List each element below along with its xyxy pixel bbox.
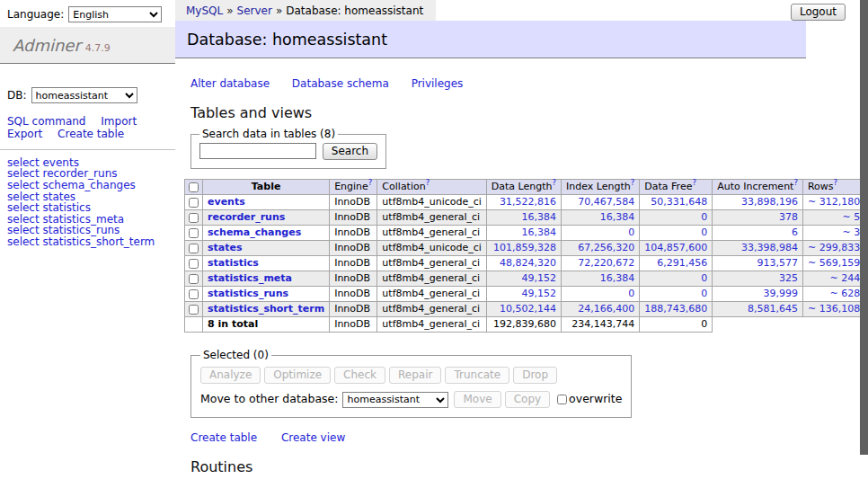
data-free-link[interactable]: 0 <box>701 226 707 238</box>
row-checkbox[interactable] <box>189 228 199 238</box>
index-length-link[interactable]: 72,220,672 <box>578 257 634 269</box>
rows-count-link[interactable]: ~ 628 <box>829 288 860 299</box>
table-name-link[interactable]: events <box>208 196 245 208</box>
table-row: statistics_runs InnoDB utf8mb4_general_c… <box>185 287 868 302</box>
table-name-link[interactable]: statistics <box>208 257 259 269</box>
auto-increment-link[interactable]: 33,398,984 <box>741 242 798 253</box>
auto-increment-link[interactable]: 39,999 <box>763 288 798 299</box>
row-checkbox[interactable] <box>189 198 199 208</box>
row-checkbox[interactable] <box>189 274 199 284</box>
sidebar-link-select-statistics[interactable]: select statistics <box>7 202 168 214</box>
help-link[interactable]: ? <box>631 178 635 187</box>
rows-count-link[interactable]: ~ 3 <box>842 226 860 238</box>
data-free-link[interactable]: 0 <box>701 211 707 223</box>
total-data-free-cell: 0 <box>640 317 713 333</box>
engine-cell: InnoDB <box>330 210 377 226</box>
help-link[interactable]: ? <box>368 178 373 187</box>
select-all-checkbox[interactable] <box>189 182 199 192</box>
alter-database-link[interactable]: Alter database <box>190 77 270 90</box>
sidebar-link-select-schema-changes[interactable]: select schema_changes <box>7 180 168 191</box>
db-select[interactable]: homeassistant <box>31 87 137 103</box>
adminer-logo[interactable]: Adminer <box>13 36 81 55</box>
data-free-link[interactable]: 0 <box>701 272 707 284</box>
index-length-link[interactable]: 24,166,400 <box>578 303 634 315</box>
table-name-link[interactable]: statistics_short_term <box>208 303 324 315</box>
row-checkbox[interactable] <box>189 213 199 223</box>
rows-count-link[interactable]: ~ 299,833 <box>808 242 860 253</box>
index-length-link[interactable]: 0 <box>628 288 634 299</box>
data-free-link[interactable]: 188,743,680 <box>644 303 707 315</box>
collation-cell: utf8mb4_unicode_ci <box>377 241 486 256</box>
column-header-index-length: Index Length? <box>562 180 640 195</box>
engine-cell: InnoDB <box>330 302 377 317</box>
table-name-link[interactable]: recorder_runs <box>208 211 285 223</box>
data-length-link[interactable]: 16,384 <box>522 226 557 238</box>
help-link[interactable]: ? <box>793 178 798 187</box>
index-length-link[interactable]: 70,467,584 <box>578 196 634 208</box>
auto-increment-link[interactable]: 6 <box>792 226 798 238</box>
help-link[interactable]: ? <box>692 178 696 187</box>
search-input[interactable] <box>199 143 316 159</box>
auto-increment-link[interactable]: 913,577 <box>757 257 798 269</box>
overwrite-label[interactable]: overwrite <box>569 392 622 405</box>
auto-increment-link[interactable]: 325 <box>779 272 798 284</box>
data-free-link[interactable]: 0 <box>701 288 707 299</box>
sidebar-link-import[interactable]: Import <box>101 115 137 128</box>
breadcrumb-link-mysql[interactable]: MySQL <box>186 4 223 17</box>
data-free-link[interactable]: 6,291,456 <box>657 257 707 269</box>
row-checkbox[interactable] <box>189 289 199 299</box>
rows-count-link[interactable]: ~ 5 <box>842 211 860 223</box>
table-name-link[interactable]: schema_changes <box>208 226 301 238</box>
rows-count-link[interactable]: ~ 136,108 <box>808 303 860 315</box>
row-checkbox[interactable] <box>189 305 199 315</box>
logout-button[interactable]: Logout <box>791 4 846 21</box>
db-actions: Alter database Database schema Privilege… <box>190 77 860 90</box>
data-length-link[interactable]: 49,152 <box>522 288 557 299</box>
language-select[interactable]: English <box>68 6 162 22</box>
data-length-link[interactable]: 49,152 <box>522 272 557 284</box>
index-length-link[interactable]: 67,256,320 <box>578 242 634 253</box>
privileges-link[interactable]: Privileges <box>412 77 464 90</box>
move-db-select[interactable]: homeassistant <box>342 392 448 408</box>
auto-increment-link[interactable]: 378 <box>779 211 798 223</box>
rows-count-link[interactable]: ~ 312,180 <box>808 196 860 208</box>
help-link[interactable]: ? <box>553 178 557 187</box>
data-length-link[interactable]: 31,522,816 <box>500 196 556 208</box>
database-schema-link[interactable]: Database schema <box>292 77 389 90</box>
overwrite-checkbox[interactable] <box>557 395 567 404</box>
column-header-engine: Engine? <box>330 180 377 195</box>
help-link[interactable]: ? <box>834 178 838 187</box>
row-checkbox[interactable] <box>189 259 199 269</box>
data-length-link[interactable]: 101,859,328 <box>493 242 556 253</box>
sidebar-link-sql-command[interactable]: SQL command <box>7 115 85 128</box>
data-free-link[interactable]: 50,331,648 <box>651 196 707 208</box>
rows-count-link[interactable]: ~ 244 <box>829 272 860 284</box>
sidebar-link-select-statistics-short-term[interactable]: select statistics_short_term <box>7 236 168 248</box>
rows-count-link[interactable]: ~ 569,159 <box>808 257 860 269</box>
data-free-link[interactable]: 104,857,600 <box>644 242 707 253</box>
db-label: DB: <box>7 89 27 102</box>
breadcrumb-link-server[interactable]: Server <box>237 4 272 17</box>
data-length-link[interactable]: 48,824,320 <box>500 257 556 269</box>
data-length-link[interactable]: 10,502,144 <box>500 303 556 315</box>
data-length-link[interactable]: 16,384 <box>522 211 557 223</box>
create-table-link[interactable]: Create table <box>190 431 257 444</box>
sidebar-link-export[interactable]: Export <box>7 128 42 140</box>
table-name-link[interactable]: statistics_meta <box>208 272 292 284</box>
auto-increment-link[interactable]: 8,581,645 <box>748 303 798 315</box>
sidebar-link-create-table[interactable]: Create table <box>58 128 124 140</box>
scrollbar-track[interactable] <box>860 0 868 488</box>
row-checkbox[interactable] <box>189 244 199 253</box>
table-name-link[interactable]: statistics_runs <box>208 288 288 299</box>
auto-increment-link[interactable]: 33,898,196 <box>741 196 798 208</box>
table-name-link[interactable]: states <box>208 242 243 253</box>
create-view-link[interactable]: Create view <box>281 431 345 444</box>
tables-and-views-heading: Tables and views <box>190 104 860 121</box>
scrollbar-thumb[interactable] <box>860 0 868 455</box>
index-length-link[interactable]: 0 <box>628 226 634 238</box>
search-button[interactable]: Search <box>323 143 377 160</box>
help-link[interactable]: ? <box>426 178 430 187</box>
index-length-link[interactable]: 16,384 <box>600 272 635 284</box>
index-length-link[interactable]: 16,384 <box>600 211 635 223</box>
breadcrumb: MySQL»Server»Database: homeassistant <box>175 0 436 21</box>
